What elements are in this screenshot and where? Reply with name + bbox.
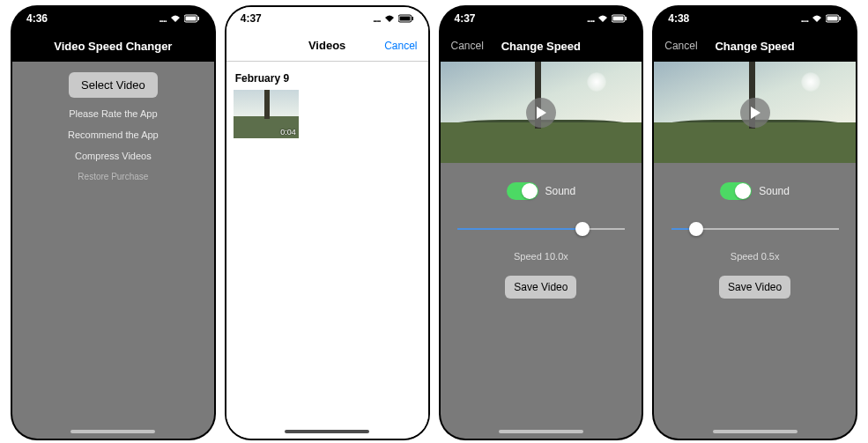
wifi-icon bbox=[384, 14, 395, 23]
save-video-button[interactable]: Save Video bbox=[505, 276, 576, 299]
wifi-icon bbox=[597, 14, 608, 23]
page-title: Change Speed bbox=[715, 40, 794, 53]
battery-icon bbox=[612, 14, 627, 23]
restore-purchase-link[interactable]: Restore Purchase bbox=[78, 172, 148, 181]
rate-app-link[interactable]: Please Rate the App bbox=[69, 108, 157, 119]
play-button[interactable] bbox=[740, 98, 770, 128]
wifi-icon bbox=[812, 14, 822, 23]
nav-bar: Cancel Change Speed bbox=[654, 30, 856, 62]
page-title: Videos bbox=[308, 39, 345, 52]
svg-rect-10 bbox=[827, 17, 838, 21]
speed-value-text: Speed 10.0x bbox=[514, 251, 568, 262]
cellular-icon: .... bbox=[373, 13, 380, 24]
cellular-icon: .... bbox=[587, 13, 594, 24]
cancel-button[interactable]: Cancel bbox=[664, 40, 697, 52]
status-time: 4:37 bbox=[455, 12, 476, 25]
sound-toggle[interactable] bbox=[507, 182, 538, 200]
svg-rect-5 bbox=[412, 17, 413, 20]
home-indicator bbox=[70, 430, 155, 433]
screen-speed-slow: 4:38 .... Cancel Change Speed Sound bbox=[654, 7, 856, 439]
compress-videos-link[interactable]: Compress Videos bbox=[75, 151, 152, 161]
sound-label: Sound bbox=[545, 185, 576, 197]
video-preview[interactable] bbox=[441, 62, 642, 163]
status-bar: 4:36 .... bbox=[12, 7, 214, 30]
screen-speed-fast: 4:37 .... Cancel Change Speed Sound bbox=[441, 7, 642, 439]
battery-icon bbox=[826, 14, 842, 23]
svg-rect-7 bbox=[613, 17, 624, 21]
save-video-button[interactable]: Save Video bbox=[719, 276, 790, 299]
battery-icon bbox=[184, 14, 200, 23]
page-title: Change Speed bbox=[501, 40, 581, 53]
svg-rect-4 bbox=[399, 17, 410, 21]
cellular-icon: .... bbox=[160, 13, 167, 24]
status-time: 4:36 bbox=[26, 12, 48, 25]
nav-bar: Cancel Change Speed bbox=[441, 30, 642, 62]
status-time: 4:38 bbox=[668, 12, 689, 25]
slider-thumb[interactable] bbox=[575, 222, 590, 236]
status-time: 4:37 bbox=[241, 12, 262, 25]
select-video-button[interactable]: Select Video bbox=[69, 72, 158, 98]
status-bar: 4:37 .... bbox=[441, 7, 642, 30]
svg-rect-8 bbox=[626, 17, 627, 20]
cancel-button[interactable]: Cancel bbox=[384, 40, 417, 52]
sound-toggle-row: Sound bbox=[507, 182, 576, 200]
screen-picker: 4:37 .... Videos Cancel February 9 0:04 bbox=[226, 7, 428, 439]
sound-label: Sound bbox=[759, 185, 790, 197]
sound-toggle-row: Sound bbox=[720, 182, 790, 200]
picker-body: February 9 0:04 bbox=[226, 62, 428, 439]
svg-rect-2 bbox=[197, 17, 199, 20]
home-indicator bbox=[713, 430, 798, 433]
svg-rect-11 bbox=[840, 17, 842, 20]
sound-toggle[interactable] bbox=[720, 182, 752, 200]
cancel-button[interactable]: Cancel bbox=[451, 40, 484, 52]
speed-body: Sound Speed 10.0x Save Video bbox=[441, 62, 642, 439]
speed-slider[interactable] bbox=[457, 219, 625, 239]
thumbnail-duration: 0:04 bbox=[280, 128, 296, 137]
video-preview[interactable] bbox=[654, 62, 856, 163]
svg-rect-1 bbox=[185, 17, 196, 21]
home-indicator bbox=[499, 430, 583, 433]
home-indicator bbox=[285, 430, 369, 433]
speed-slider[interactable] bbox=[671, 219, 839, 239]
play-icon bbox=[537, 107, 546, 119]
recommend-app-link[interactable]: Recommend the App bbox=[68, 129, 159, 140]
status-icons: .... bbox=[587, 13, 627, 24]
date-section-header: February 9 bbox=[234, 69, 421, 90]
status-bar: 4:37 .... bbox=[226, 7, 428, 30]
nav-bar: Videos Cancel bbox=[226, 30, 428, 62]
status-icons: .... bbox=[160, 13, 200, 24]
video-thumbnail[interactable]: 0:04 bbox=[234, 90, 299, 138]
nav-bar: Video Speed Changer bbox=[12, 30, 214, 62]
status-icons: .... bbox=[373, 13, 413, 24]
home-body: Select Video Please Rate the App Recomme… bbox=[12, 62, 214, 439]
sun-icon bbox=[801, 72, 820, 92]
speed-value-text: Speed 0.5x bbox=[731, 251, 780, 262]
status-icons: .... bbox=[801, 13, 842, 24]
play-button[interactable] bbox=[526, 98, 556, 128]
wifi-icon bbox=[170, 14, 181, 23]
speed-body: Sound Speed 0.5x Save Video bbox=[654, 62, 856, 439]
cellular-icon: .... bbox=[801, 13, 808, 24]
status-bar: 4:38 .... bbox=[654, 7, 856, 30]
screen-home: 4:36 .... Video Speed Changer Select Vid… bbox=[12, 7, 214, 439]
play-icon bbox=[751, 107, 760, 119]
page-title: Video Speed Changer bbox=[54, 40, 172, 53]
slider-thumb[interactable] bbox=[689, 222, 703, 236]
battery-icon bbox=[398, 14, 414, 23]
